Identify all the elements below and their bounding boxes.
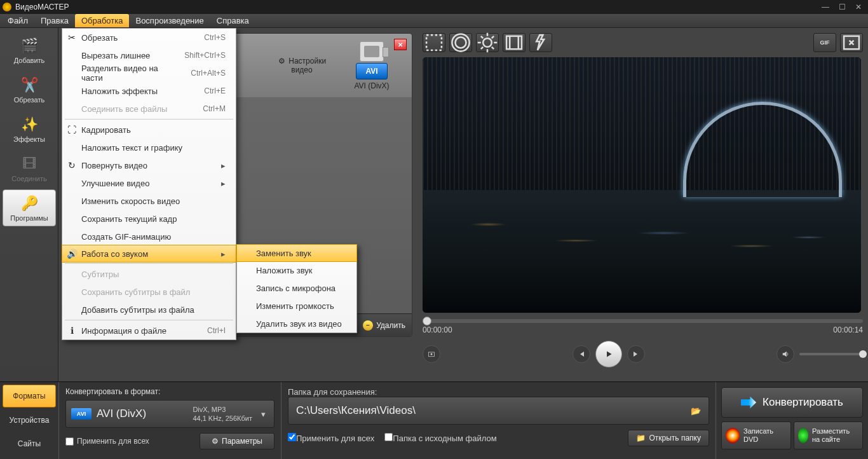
delete-button[interactable]: −Удалить [363, 320, 405, 331]
close-button[interactable]: ✕ [851, 2, 865, 12]
menu-item[interactable]: Разделить видео на частиCtrl+Alt+S [62, 64, 236, 82]
save-header: Папка для сохранения: [288, 387, 709, 397]
menu-item-label: Создать GIF-анимацию [81, 232, 226, 242]
app-title: ВидеоМАСТЕР [15, 3, 816, 11]
video-preview[interactable] [423, 57, 861, 313]
time-total: 00:00:14 [833, 325, 863, 334]
menu-item[interactable]: ⛶Кадрировать [62, 121, 236, 139]
dvd-icon [726, 428, 740, 443]
menu-edit[interactable]: Правка [34, 14, 75, 27]
scrub-thumb[interactable] [423, 317, 431, 325]
col-video-settings: ⚙ Настройки видео [267, 57, 337, 74]
prev-button[interactable] [573, 345, 590, 363]
film-join-icon: 🎞 [20, 154, 39, 174]
menu-item[interactable]: Запись с микрофона [237, 279, 356, 297]
menu-item[interactable]: Добавить субтитры из файла [62, 301, 236, 319]
camera-icon [360, 41, 384, 62]
menu-item[interactable]: Наложить текст и графику [62, 139, 236, 156]
menu-item[interactable]: Заменить звук [236, 244, 357, 262]
video-toolbar: GIF [423, 33, 863, 52]
format-name: AVI (DivX) [97, 408, 187, 420]
menu-item[interactable]: Создать GIF-анимацию [62, 228, 236, 245]
time-current: 00:00:00 [423, 325, 452, 334]
save-apply-all[interactable]: Применить для всех [288, 433, 374, 443]
tool-add-label: Добавить [14, 57, 45, 64]
menu-item[interactable]: Изменить громкость [237, 297, 356, 315]
submenu-audio: Заменить звукНаложить звукЗапись с микро… [236, 244, 357, 333]
save-path-box[interactable]: C:\Users\Ксения\Videos\ 📂 [288, 397, 709, 425]
format-header: Конвертировать в формат: [65, 387, 275, 396]
scrub-bar[interactable] [423, 319, 863, 323]
menu-processing[interactable]: Обработка [75, 14, 130, 27]
menu-item-icon: ℹ [62, 325, 81, 336]
menu-help[interactable]: Справка [210, 14, 255, 27]
open-folder-button[interactable]: 📁Открыть папку [628, 430, 709, 446]
tool-add[interactable]: 🎬 Добавить [3, 32, 56, 69]
play-button[interactable] [595, 341, 622, 367]
menu-item[interactable]: ↻Повернуть видео▸ [62, 156, 236, 174]
tab-sites[interactable]: Сайты [3, 432, 56, 455]
menu-item-shortcut: Shift+Ctrl+S [184, 51, 226, 60]
publish-web-button[interactable]: Разместить на сайте [794, 421, 864, 449]
format-select[interactable]: AVI AVI (DivX) DivX, MP3 44,1 KHz, 256Кб… [65, 400, 275, 428]
tool-effects[interactable]: ✨ Эффекты [3, 111, 56, 147]
film-cut-icon: ✂️ [20, 76, 39, 95]
volume-button[interactable] [776, 345, 794, 363]
menu-item-label: Субтитры [81, 270, 226, 279]
menu-item[interactable]: Наложить эффектыCtrl+E [62, 82, 236, 100]
next-button[interactable] [627, 345, 645, 363]
menu-item-label: Добавить субтитры из файла [81, 305, 226, 315]
menu-item[interactable]: ℹИнформация о файлеCtrl+I [62, 322, 236, 339]
fullscreen-button[interactable] [840, 33, 863, 52]
enhance-button[interactable] [449, 33, 472, 52]
menu-item[interactable]: Удалить звук из видео [237, 315, 356, 332]
titlebar: ВидеоМАСТЕР — ☐ ✕ [0, 0, 868, 14]
gif-button[interactable]: GIF [813, 33, 836, 52]
menu-item-icon: 🔊 [62, 249, 81, 259]
tool-crop[interactable]: ✂️ Обрезать [3, 71, 56, 108]
menu-playback[interactable]: Воспроизведение [129, 14, 210, 27]
menu-item[interactable]: Наложить звук [237, 261, 356, 279]
convert-button[interactable]: Конвертировать [721, 387, 863, 418]
menu-item-label: Изменить скорость видео [81, 196, 226, 206]
close-profile-icon[interactable]: ✕ [394, 39, 407, 50]
save-path: C:\Users\Ксения\Videos\ [296, 404, 686, 417]
tab-devices[interactable]: Устройства [3, 409, 56, 432]
globe-icon [798, 428, 808, 443]
menu-item-label: Удалить звук из видео [256, 319, 346, 329]
film-button[interactable] [503, 33, 526, 52]
folder-icon[interactable]: 📂 [691, 406, 701, 416]
snapshot-button[interactable] [423, 345, 440, 363]
menu-item[interactable]: Вырезать лишнееShift+Ctrl+S [62, 46, 236, 64]
format-details: DivX, MP3 44,1 KHz, 256Кбит [193, 405, 252, 423]
svg-point-3 [483, 38, 492, 47]
chevron-right-icon: ▸ [221, 161, 226, 170]
menu-item[interactable]: Сохранить текущий кадр [62, 210, 236, 228]
params-button[interactable]: ⚙Параметры [200, 433, 275, 449]
gear-icon: ⚙ [212, 437, 219, 446]
menu-item[interactable]: ✂ОбрезатьCtrl+S [62, 29, 236, 46]
menu-item[interactable]: Изменить скорость видео [62, 192, 236, 210]
tab-formats[interactable]: Форматы [3, 385, 56, 408]
minimize-button[interactable]: — [818, 2, 832, 12]
format-apply-all[interactable]: Применить для всех [65, 437, 149, 446]
tool-programs[interactable]: 🔑 Программы [3, 189, 56, 226]
volume-slider[interactable] [799, 353, 863, 355]
brightness-button[interactable] [476, 33, 499, 52]
burn-dvd-button[interactable]: Записать DVD [721, 421, 791, 449]
menu-item[interactable]: Улучшение видео▸ [62, 174, 236, 192]
menu-item-label: Изменить громкость [256, 301, 346, 311]
menu-file[interactable]: Файл [1, 14, 34, 27]
frame-crop-button[interactable] [423, 33, 445, 52]
save-source-folder[interactable]: Папка с исходным файлом [384, 433, 496, 443]
menu-item-label: Работа со звуком [81, 249, 215, 259]
menu-item-label: Вырезать лишнее [81, 51, 172, 60]
tool-crop-label: Обрезать [14, 96, 45, 104]
delete-icon: − [363, 320, 373, 331]
speed-button[interactable] [529, 33, 552, 52]
maximize-button[interactable]: ☐ [835, 2, 849, 12]
menu-item[interactable]: 🔊Работа со звуком▸ [62, 245, 236, 263]
avi-badge: AVI [356, 63, 388, 79]
tool-join-label: Соединить [11, 175, 47, 182]
menu-item-label: Наложить эффекты [81, 86, 191, 96]
